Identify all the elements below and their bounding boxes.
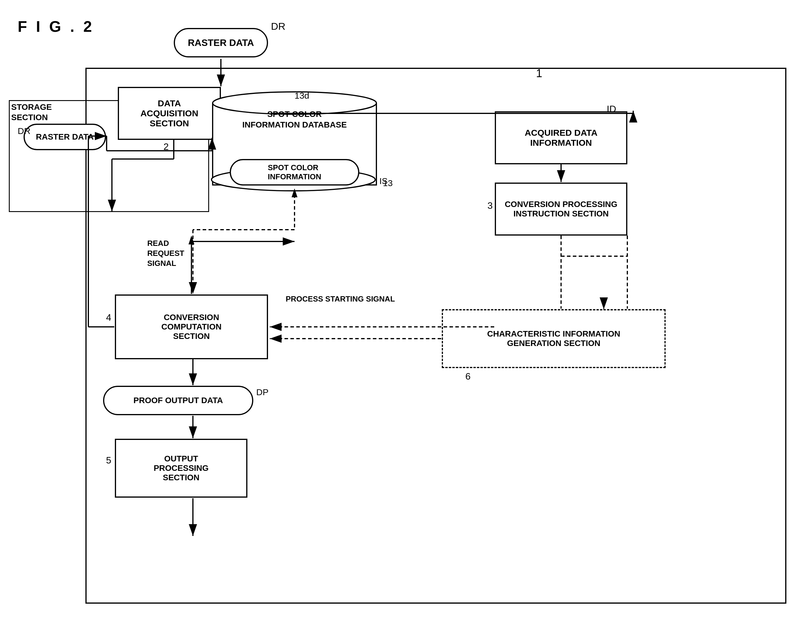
characteristic-info-box: CHARACTERISTIC INFORMATION GENERATION SE… xyxy=(442,309,665,368)
process-starting-label: PROCESS STARTING SIGNAL xyxy=(286,295,395,304)
ref-is: IS xyxy=(379,176,388,186)
conversion-computation-box: CONVERSION COMPUTATION SECTION xyxy=(115,295,268,359)
acquired-data-box: ACQUIRED DATA INFORMATION xyxy=(495,111,627,164)
data-acquisition-box: DATA ACQUISITION SECTION xyxy=(118,87,221,140)
conversion-instruction-box: CONVERSION PROCESSING INSTRUCTION SECTIO… xyxy=(495,183,627,236)
ref-dr-inner: DR xyxy=(18,126,31,136)
ref-characteristic-info: 6 xyxy=(466,371,471,382)
ref-dp: DP xyxy=(256,387,269,397)
ref-main-box: 1 xyxy=(536,67,542,80)
ref-conversion-computation: 4 xyxy=(106,312,111,323)
ref-dr-top: DR xyxy=(271,21,285,32)
spot-color-db-cylinder: SPOT COLOR INFORMATION DATABASE SPOT COL… xyxy=(212,91,377,191)
ref-13d: 13d xyxy=(295,91,309,101)
storage-label-2: SECTION xyxy=(11,113,48,122)
raster-data-top: RASTER DATA xyxy=(174,28,268,57)
read-request-label: READ REQUEST SIGNAL xyxy=(147,238,185,268)
ref-id: ID xyxy=(607,104,616,114)
ref-output-processing: 5 xyxy=(106,455,111,466)
storage-label-1: STORAGE xyxy=(11,102,52,112)
ref-conversion-instruction: 3 xyxy=(487,200,493,211)
ref-data-acquisition: 2 xyxy=(163,141,169,152)
proof-output-oval: PROOF OUTPUT DATA xyxy=(103,386,253,415)
spot-color-info-oval: SPOT COLOR INFORMATION xyxy=(230,159,359,186)
raster-data-inner: RASTER DATA xyxy=(24,124,106,150)
spot-color-db-label: SPOT COLOR INFORMATION DATABASE xyxy=(212,109,377,130)
output-processing-box: OUTPUT PROCESSING SECTION xyxy=(115,439,247,497)
figure-label: F I G . 2 xyxy=(18,18,94,35)
